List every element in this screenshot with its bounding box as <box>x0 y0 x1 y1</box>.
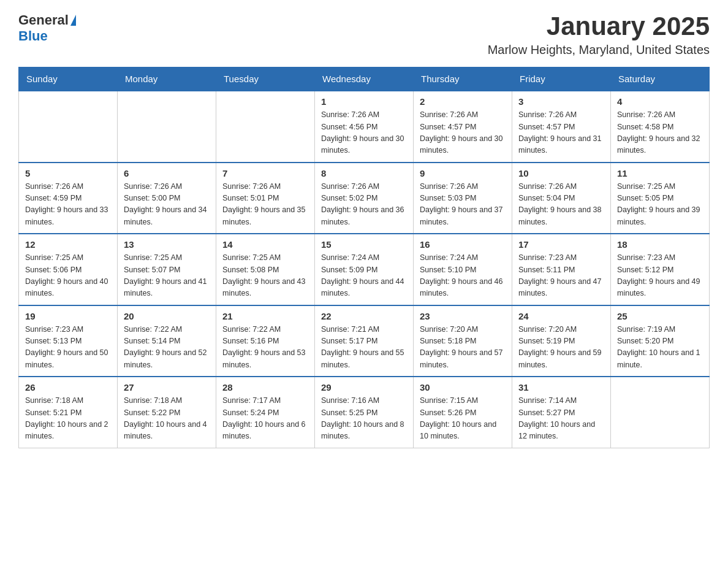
calendar-week-row: 26Sunrise: 7:18 AM Sunset: 5:21 PM Dayli… <box>19 377 710 448</box>
location-subtitle: Marlow Heights, Maryland, United States <box>488 43 710 57</box>
page-header: General Blue January 2025 Marlow Heights… <box>18 12 710 57</box>
day-number: 3 <box>518 96 604 107</box>
day-number: 24 <box>518 311 604 321</box>
day-number: 22 <box>321 311 407 321</box>
calendar-cell: 23Sunrise: 7:20 AM Sunset: 5:18 PM Dayli… <box>414 305 512 377</box>
day-number: 6 <box>124 168 210 178</box>
month-title: January 2025 <box>488 12 710 40</box>
day-number: 20 <box>124 311 210 321</box>
column-header-saturday: Saturday <box>611 67 710 91</box>
day-info: Sunrise: 7:26 AM Sunset: 4:57 PM Dayligh… <box>420 109 506 157</box>
day-number: 18 <box>617 239 703 250</box>
calendar-cell: 19Sunrise: 7:23 AM Sunset: 5:13 PM Dayli… <box>19 305 118 377</box>
calendar-cell <box>19 91 118 163</box>
day-info: Sunrise: 7:26 AM Sunset: 5:01 PM Dayligh… <box>222 181 308 229</box>
day-number: 2 <box>420 96 506 107</box>
day-info: Sunrise: 7:22 AM Sunset: 5:16 PM Dayligh… <box>222 324 308 372</box>
calendar-cell <box>611 377 710 448</box>
calendar-cell: 21Sunrise: 7:22 AM Sunset: 5:16 PM Dayli… <box>216 305 315 377</box>
logo: General Blue <box>18 12 76 44</box>
calendar-cell: 31Sunrise: 7:14 AM Sunset: 5:27 PM Dayli… <box>512 377 611 448</box>
day-info: Sunrise: 7:19 AM Sunset: 5:20 PM Dayligh… <box>617 324 703 372</box>
day-number: 28 <box>222 382 308 393</box>
calendar-cell: 9Sunrise: 7:26 AM Sunset: 5:03 PM Daylig… <box>414 163 512 234</box>
calendar-cell: 13Sunrise: 7:25 AM Sunset: 5:07 PM Dayli… <box>118 234 216 305</box>
day-number: 26 <box>25 382 111 393</box>
day-number: 9 <box>420 168 506 178</box>
day-number: 30 <box>420 382 506 393</box>
logo-general-text: General <box>18 12 69 28</box>
day-info: Sunrise: 7:23 AM Sunset: 5:11 PM Dayligh… <box>518 252 604 300</box>
day-number: 10 <box>518 168 604 178</box>
logo-blue-text: Blue <box>18 28 48 44</box>
day-info: Sunrise: 7:22 AM Sunset: 5:14 PM Dayligh… <box>124 324 210 372</box>
calendar-header-row: SundayMondayTuesdayWednesdayThursdayFrid… <box>19 67 710 91</box>
calendar-cell: 22Sunrise: 7:21 AM Sunset: 5:17 PM Dayli… <box>315 305 414 377</box>
day-number: 13 <box>124 239 210 250</box>
day-number: 21 <box>222 311 308 321</box>
column-header-thursday: Thursday <box>414 67 512 91</box>
calendar-cell: 27Sunrise: 7:18 AM Sunset: 5:22 PM Dayli… <box>118 377 216 448</box>
calendar-table: SundayMondayTuesdayWednesdayThursdayFrid… <box>18 67 710 448</box>
day-info: Sunrise: 7:15 AM Sunset: 5:26 PM Dayligh… <box>420 395 506 443</box>
calendar-cell: 18Sunrise: 7:23 AM Sunset: 5:12 PM Dayli… <box>611 234 710 305</box>
calendar-cell <box>118 91 216 163</box>
calendar-cell: 11Sunrise: 7:25 AM Sunset: 5:05 PM Dayli… <box>611 163 710 234</box>
calendar-cell: 26Sunrise: 7:18 AM Sunset: 5:21 PM Dayli… <box>19 377 118 448</box>
calendar-week-row: 12Sunrise: 7:25 AM Sunset: 5:06 PM Dayli… <box>19 234 710 305</box>
calendar-cell: 16Sunrise: 7:24 AM Sunset: 5:10 PM Dayli… <box>414 234 512 305</box>
day-info: Sunrise: 7:23 AM Sunset: 5:12 PM Dayligh… <box>617 252 703 300</box>
day-number: 31 <box>518 382 604 393</box>
calendar-cell: 3Sunrise: 7:26 AM Sunset: 4:57 PM Daylig… <box>512 91 611 163</box>
calendar-cell: 7Sunrise: 7:26 AM Sunset: 5:01 PM Daylig… <box>216 163 315 234</box>
day-number: 1 <box>321 96 407 107</box>
day-info: Sunrise: 7:26 AM Sunset: 4:58 PM Dayligh… <box>617 109 703 157</box>
column-header-monday: Monday <box>118 67 216 91</box>
calendar-cell: 25Sunrise: 7:19 AM Sunset: 5:20 PM Dayli… <box>611 305 710 377</box>
day-number: 19 <box>25 311 111 321</box>
day-number: 5 <box>25 168 111 178</box>
day-info: Sunrise: 7:20 AM Sunset: 5:18 PM Dayligh… <box>420 324 506 372</box>
day-info: Sunrise: 7:26 AM Sunset: 5:00 PM Dayligh… <box>124 181 210 229</box>
day-info: Sunrise: 7:26 AM Sunset: 5:02 PM Dayligh… <box>321 181 407 229</box>
day-info: Sunrise: 7:21 AM Sunset: 5:17 PM Dayligh… <box>321 324 407 372</box>
day-info: Sunrise: 7:14 AM Sunset: 5:27 PM Dayligh… <box>518 395 604 443</box>
title-area: January 2025 Marlow Heights, Maryland, U… <box>488 12 710 57</box>
day-number: 8 <box>321 168 407 178</box>
day-info: Sunrise: 7:26 AM Sunset: 4:56 PM Dayligh… <box>321 109 407 157</box>
day-info: Sunrise: 7:26 AM Sunset: 5:03 PM Dayligh… <box>420 181 506 229</box>
calendar-cell: 8Sunrise: 7:26 AM Sunset: 5:02 PM Daylig… <box>315 163 414 234</box>
day-number: 7 <box>222 168 308 178</box>
day-number: 16 <box>420 239 506 250</box>
day-info: Sunrise: 7:23 AM Sunset: 5:13 PM Dayligh… <box>25 324 111 372</box>
day-info: Sunrise: 7:18 AM Sunset: 5:21 PM Dayligh… <box>25 395 111 443</box>
day-info: Sunrise: 7:25 AM Sunset: 5:06 PM Dayligh… <box>25 252 111 300</box>
day-number: 14 <box>222 239 308 250</box>
calendar-cell: 12Sunrise: 7:25 AM Sunset: 5:06 PM Dayli… <box>19 234 118 305</box>
column-header-friday: Friday <box>512 67 611 91</box>
calendar-cell: 29Sunrise: 7:16 AM Sunset: 5:25 PM Dayli… <box>315 377 414 448</box>
logo-triangle-icon <box>70 15 76 26</box>
calendar-cell: 1Sunrise: 7:26 AM Sunset: 4:56 PM Daylig… <box>315 91 414 163</box>
day-info: Sunrise: 7:20 AM Sunset: 5:19 PM Dayligh… <box>518 324 604 372</box>
calendar-cell: 14Sunrise: 7:25 AM Sunset: 5:08 PM Dayli… <box>216 234 315 305</box>
day-number: 15 <box>321 239 407 250</box>
day-info: Sunrise: 7:26 AM Sunset: 4:59 PM Dayligh… <box>25 181 111 229</box>
day-number: 17 <box>518 239 604 250</box>
column-header-tuesday: Tuesday <box>216 67 315 91</box>
calendar-cell: 20Sunrise: 7:22 AM Sunset: 5:14 PM Dayli… <box>118 305 216 377</box>
day-info: Sunrise: 7:18 AM Sunset: 5:22 PM Dayligh… <box>124 395 210 443</box>
calendar-week-row: 19Sunrise: 7:23 AM Sunset: 5:13 PM Dayli… <box>19 305 710 377</box>
calendar-cell: 5Sunrise: 7:26 AM Sunset: 4:59 PM Daylig… <box>19 163 118 234</box>
calendar-cell: 28Sunrise: 7:17 AM Sunset: 5:24 PM Dayli… <box>216 377 315 448</box>
calendar-week-row: 5Sunrise: 7:26 AM Sunset: 4:59 PM Daylig… <box>19 163 710 234</box>
calendar-cell: 6Sunrise: 7:26 AM Sunset: 5:00 PM Daylig… <box>118 163 216 234</box>
day-number: 27 <box>124 382 210 393</box>
day-info: Sunrise: 7:17 AM Sunset: 5:24 PM Dayligh… <box>222 395 308 443</box>
calendar-cell: 30Sunrise: 7:15 AM Sunset: 5:26 PM Dayli… <box>414 377 512 448</box>
calendar-cell: 10Sunrise: 7:26 AM Sunset: 5:04 PM Dayli… <box>512 163 611 234</box>
column-header-wednesday: Wednesday <box>315 67 414 91</box>
day-info: Sunrise: 7:25 AM Sunset: 5:08 PM Dayligh… <box>222 252 308 300</box>
day-info: Sunrise: 7:24 AM Sunset: 5:10 PM Dayligh… <box>420 252 506 300</box>
day-info: Sunrise: 7:25 AM Sunset: 5:07 PM Dayligh… <box>124 252 210 300</box>
